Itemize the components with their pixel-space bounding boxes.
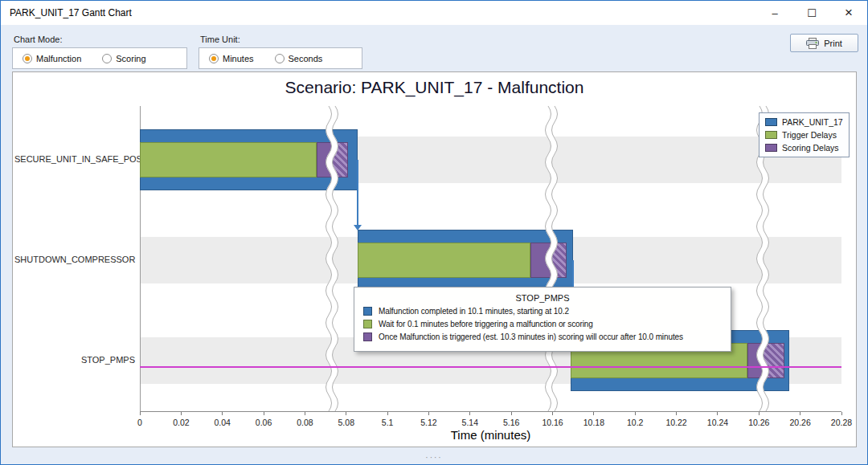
- axis-tick: [717, 412, 718, 415]
- axis-tick-label: 10.16: [542, 418, 563, 427]
- radio-option-malfunction[interactable]: Malfunction: [23, 54, 81, 63]
- axis-tick-label: 5.1: [382, 418, 394, 427]
- radio-label: Minutes: [223, 54, 254, 63]
- legend-swatch-icon: [765, 144, 777, 152]
- axis-tick: [800, 412, 800, 415]
- x-axis-label: Time (minutes): [140, 428, 841, 442]
- radio-icon: [102, 54, 112, 63]
- radio-icon: [23, 54, 32, 63]
- axis-break-squiggle: [326, 106, 338, 411]
- axis-tick: [635, 412, 636, 415]
- row-label: STOP_PMPS: [14, 355, 135, 365]
- tooltip-text: Once Malfunction is triggered (est. 10.3…: [379, 332, 683, 341]
- axis-tick-label: 10.22: [665, 418, 686, 427]
- axis-tick-label: 0.06: [256, 418, 272, 427]
- time-unit-group: MinutesSeconds: [199, 47, 362, 69]
- print-button-label: Print: [824, 39, 842, 48]
- tooltip-item: Once Malfunction is triggered (est. 10.3…: [363, 332, 722, 341]
- axis-tick: [841, 412, 842, 415]
- chart-mode-group: MalfunctionScoring: [12, 47, 187, 69]
- axis-tick-label: 10.18: [583, 418, 604, 427]
- tooltip-item: Malfunction completed in 10.1 minutes, s…: [363, 307, 722, 316]
- maximize-icon[interactable]: ☐: [793, 1, 830, 25]
- tooltip-swatch-icon: [363, 332, 372, 341]
- radio-label: Malfunction: [36, 54, 81, 63]
- dependency-arrow: [357, 160, 358, 225]
- axis-tick: [346, 412, 346, 415]
- chart-panel: Scenario: PARK_UNIT_17 - Malfunction PAR…: [12, 71, 857, 447]
- row-label: SHUTDOWN_COMPRESSOR: [14, 255, 135, 264]
- axis-tick: [552, 412, 553, 415]
- window-title: PARK_UNIT_17 Gantt Chart: [1, 7, 756, 18]
- time-unit-label: Time Unit:: [200, 35, 240, 44]
- axis-tick-label: 20.28: [831, 418, 852, 427]
- axis-tick: [387, 412, 388, 415]
- print-button[interactable]: Print: [790, 34, 858, 52]
- close-icon[interactable]: ×: [830, 1, 867, 25]
- chart-legend: PARK_UNIT_17Trigger DelaysScoring Delays: [759, 112, 850, 157]
- axis-break-squiggle: [545, 106, 558, 411]
- chart-title: Scenario: PARK_UNIT_17 - Malfunction: [13, 78, 856, 97]
- tooltip-text: Wait for 0.1 minutes before triggering a…: [379, 320, 593, 328]
- legend-label: PARK_UNIT_17: [782, 117, 843, 127]
- axis-tick-label: 5.14: [462, 418, 478, 427]
- printer-icon: [806, 38, 819, 49]
- axis-tick: [593, 412, 594, 415]
- legend-label: Trigger Delays: [782, 130, 837, 140]
- axis-tick: [428, 412, 429, 415]
- title-bar: PARK_UNIT_17 Gantt Chart – ☐ ×: [1, 1, 867, 25]
- radio-icon: [209, 54, 219, 63]
- axis-tick-label: 10.24: [707, 418, 728, 427]
- gantt-bar-segment[interactable]: [140, 142, 317, 177]
- radio-label: Seconds: [289, 54, 323, 63]
- radio-option-scoring[interactable]: Scoring: [102, 54, 145, 63]
- radio-icon: [275, 54, 285, 63]
- axis-tick: [140, 412, 141, 415]
- axis-tick: [264, 412, 264, 415]
- axis-tick-label: 0.04: [214, 418, 230, 427]
- legend-swatch-icon: [765, 131, 777, 139]
- axis-tick-label: 5.16: [503, 418, 519, 427]
- axis-tick-label: 5.08: [338, 418, 354, 427]
- tooltip-swatch-icon: [363, 320, 372, 328]
- tooltip-text: Malfunction completed in 10.1 minutes, s…: [379, 307, 569, 316]
- axis-tick: [469, 412, 470, 415]
- chart-mode-label: Chart Mode:: [14, 35, 63, 44]
- radio-option-seconds[interactable]: Seconds: [275, 54, 323, 63]
- reference-line: [140, 366, 841, 368]
- axis-tick: [305, 412, 305, 415]
- axis-tick-label: 0: [137, 418, 142, 427]
- axis-tick: [676, 412, 677, 415]
- legend-item[interactable]: Scoring Delays: [765, 143, 843, 153]
- gantt-tooltip: STOP_PMPS Malfunction completed in 10.1 …: [354, 287, 731, 352]
- axis-tick: [759, 412, 760, 415]
- legend-item[interactable]: PARK_UNIT_17: [765, 117, 843, 127]
- radio-label: Scoring: [116, 54, 145, 63]
- row-label: SECURE_UNIT_IN_SAFE_POS: [14, 154, 135, 164]
- axis-tick: [511, 412, 512, 415]
- dependency-arrow-head: [354, 225, 362, 230]
- tooltip-title: STOP_PMPS: [363, 293, 722, 303]
- app-window: { "window": { "title": "PARK_UNIT_17 Gan…: [0, 0, 868, 465]
- gantt-plot: PARK_UNIT_17Trigger DelaysScoring Delays…: [140, 106, 841, 411]
- axis-tick-label: 10.2: [627, 418, 643, 427]
- axis-tick-label: 10.26: [748, 418, 769, 427]
- resize-grip[interactable]: ····: [1, 453, 867, 462]
- minimize-icon[interactable]: –: [756, 1, 793, 25]
- gantt-bar-segment[interactable]: [358, 243, 530, 278]
- radio-option-minutes[interactable]: Minutes: [209, 54, 254, 63]
- legend-item[interactable]: Trigger Delays: [765, 130, 843, 140]
- tooltip-swatch-icon: [363, 307, 372, 316]
- axis-tick-label: 0.02: [173, 418, 189, 427]
- legend-swatch-icon: [765, 118, 777, 126]
- legend-label: Scoring Delays: [782, 143, 839, 153]
- axis-tick-label: 20.26: [790, 418, 811, 427]
- tooltip-item: Wait for 0.1 minutes before triggering a…: [363, 320, 722, 328]
- axis-tick: [181, 412, 182, 415]
- axis-tick-label: 5.12: [420, 418, 436, 427]
- x-axis-line: [140, 411, 841, 412]
- axis-tick-label: 0.08: [297, 418, 313, 427]
- axis-tick: [222, 412, 223, 415]
